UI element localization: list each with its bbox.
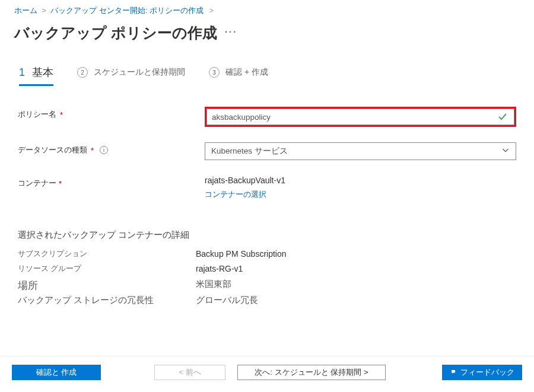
breadcrumb-home[interactable]: ホーム: [14, 7, 37, 15]
policy-name-highlight: [205, 107, 516, 127]
page-header: バックアップ ポリシーの作成 ···: [0, 20, 534, 58]
detail-rg-value: rajats-RG-v1: [196, 264, 243, 274]
breadcrumb-separator-icon: >: [42, 7, 46, 15]
detail-redundancy: バックアップ ストレージの冗長性 グローバル冗長: [18, 295, 516, 306]
tab-schedule-number: 2: [77, 67, 88, 78]
breadcrumb-start[interactable]: 開始: ポリシーの作成: [130, 7, 204, 15]
detail-location: 場所 米国東部: [18, 279, 516, 292]
vault-details-heading: 選択されたバックアップ コンテナーの詳細: [0, 200, 534, 249]
breadcrumb-chevron-icon: >: [209, 7, 214, 15]
valid-check-icon: [498, 112, 507, 122]
datasource-select[interactable]: Kubernetes サービス: [205, 142, 516, 160]
datasource-select-value: Kubernetes サービス: [205, 143, 516, 157]
detail-subscription-value: Backup PM Subscription: [196, 249, 287, 259]
breadcrumb: ホーム > バックアップ センター 開始: ポリシーの作成 >: [0, 0, 534, 20]
policy-name-input[interactable]: [206, 109, 514, 125]
label-policy-name: ポリシー名 *: [18, 107, 205, 120]
tab-review-label: 確認 + 作成: [225, 67, 268, 78]
feedback-button[interactable]: フィードバック: [442, 365, 522, 380]
vault-details: サブスクリプション Backup PM Subscription リソース グル…: [0, 249, 534, 306]
detail-location-label: 場所: [18, 279, 196, 292]
container-value: rajats-BackupVault-v1: [205, 176, 516, 185]
select-container-link[interactable]: コンテナーの選択: [205, 190, 266, 199]
tab-review-number: 3: [209, 67, 220, 78]
tab-schedule-label: スケジュールと保持期間: [94, 67, 185, 78]
chevron-down-icon: [501, 146, 510, 157]
detail-rg-label: リソース グループ: [18, 264, 196, 274]
feedback-label: フィードバック: [460, 368, 514, 378]
wizard-tabs: 1 基本 2 スケジュールと保持期間 3 確認 + 作成: [0, 58, 534, 85]
detail-redundancy-label: バックアップ ストレージの冗長性: [18, 295, 196, 306]
more-actions-icon[interactable]: ···: [224, 24, 237, 39]
next-button[interactable]: 次へ: スケジュールと 保持期間 >: [237, 365, 386, 380]
previous-button[interactable]: < 前へ: [154, 365, 225, 380]
required-indicator-icon: *: [91, 146, 94, 155]
label-container: コンテナー *: [18, 176, 205, 189]
row-datasource: データソースの種類 * i Kubernetes サービス: [18, 142, 516, 160]
tab-basics-label: 基本: [32, 65, 53, 79]
tab-basics-number: 1: [19, 66, 25, 79]
page-title: バックアップ ポリシーの作成: [14, 23, 217, 43]
required-indicator-icon: *: [60, 110, 63, 119]
label-datasource: データソースの種類 * i: [18, 142, 205, 155]
required-indicator-icon: *: [59, 179, 62, 188]
wizard-footer: 確認と 作成 < 前へ 次へ: スケジュールと 保持期間 > フィードバック: [0, 356, 534, 380]
detail-resource-group: リソース グループ rajats-RG-v1: [18, 264, 516, 274]
detail-subscription-label: サブスクリプション: [18, 249, 196, 259]
tab-schedule[interactable]: 2 スケジュールと保持期間: [77, 60, 185, 84]
info-icon[interactable]: i: [100, 146, 108, 154]
detail-subscription: サブスクリプション Backup PM Subscription: [18, 249, 516, 259]
breadcrumb-backup-center[interactable]: バックアップ センター: [50, 7, 129, 15]
feedback-icon: [450, 368, 457, 377]
tab-review[interactable]: 3 確認 + 作成: [209, 60, 268, 84]
row-policy-name: ポリシー名 *: [18, 107, 516, 127]
tab-basics[interactable]: 1 基本: [19, 58, 53, 85]
form-basics: ポリシー名 * データソースの種類 * i Kubernetes サービス: [0, 85, 534, 200]
row-container: コンテナー * rajats-BackupVault-v1 コンテナーの選択: [18, 176, 516, 200]
detail-location-value: 米国東部: [196, 279, 231, 292]
review-create-button[interactable]: 確認と 作成: [12, 365, 101, 380]
detail-redundancy-value: グローバル冗長: [196, 295, 258, 306]
